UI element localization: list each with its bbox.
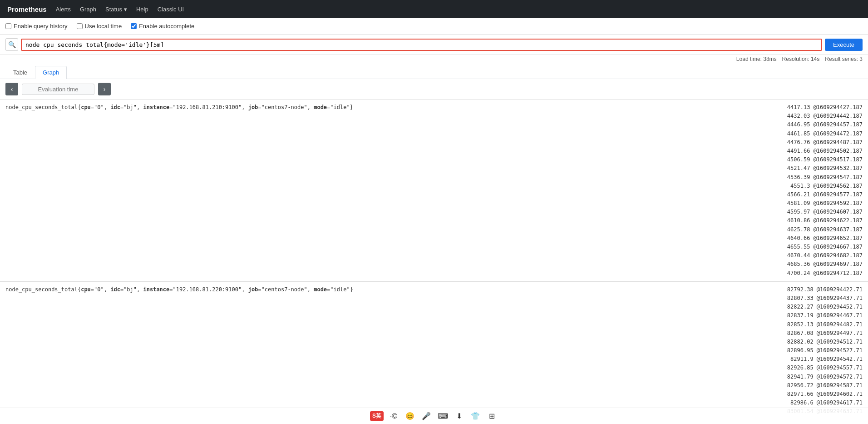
results-container: node_cpu_seconds_total{cpu="0", idc="bj"… (0, 100, 868, 419)
result-values-1: 4417.13 @1609294427.187 4432.03 @1609294… (787, 103, 863, 278)
taskbar-icon-keyboard[interactable]: ⌨ (436, 410, 449, 419)
query-bar: 🔍 Execute (0, 35, 868, 55)
nav-help[interactable]: Help (136, 6, 148, 13)
sougou-badge[interactable]: S英 (370, 411, 384, 419)
taskbar-icon-dot[interactable]: ·© (387, 410, 400, 419)
enable-query-history-label[interactable]: Enable query history (5, 23, 68, 30)
tabs-bar: Table Graph (0, 63, 868, 79)
load-time: Load time: 38ms (736, 56, 777, 62)
tab-table[interactable]: Table (5, 66, 35, 79)
result-row-2: node_cpu_seconds_total{cpu="0", idc="bj"… (0, 282, 868, 419)
taskbar-icon-emoji[interactable]: 😊 (404, 410, 416, 419)
nav-status[interactable]: Status ▾ (105, 6, 127, 13)
options-bar: Enable query history Use local time Enab… (0, 18, 868, 35)
meta-info: Load time: 38ms Resolution: 14s Result s… (0, 55, 868, 63)
navbar: Prometheus Alerts Graph Status ▾ Help Cl… (0, 0, 868, 18)
query-input-wrap (21, 39, 822, 51)
eval-next-button[interactable]: › (98, 83, 111, 95)
result-label-2: node_cpu_seconds_total{cpu="0", idc="bj"… (5, 285, 787, 293)
nav-graph[interactable]: Graph (80, 6, 96, 13)
nav-alerts[interactable]: Alerts (56, 6, 71, 13)
query-icon-button[interactable]: 🔍 (5, 38, 18, 51)
taskbar-icon-shirt[interactable]: 👕 (469, 410, 482, 419)
eval-time-input[interactable] (22, 84, 94, 95)
result-label-1: node_cpu_seconds_total{cpu="0", idc="bj"… (5, 103, 787, 110)
eval-prev-button[interactable]: ‹ (5, 83, 18, 95)
tab-graph[interactable]: Graph (35, 66, 67, 79)
taskbar-icon-mic[interactable]: 🎤 (420, 410, 433, 419)
use-local-time-checkbox[interactable] (77, 23, 83, 29)
enable-autocomplete-checkbox[interactable] (131, 23, 137, 29)
enable-autocomplete-label[interactable]: Enable autocomplete (131, 23, 194, 30)
nav-classic-ui[interactable]: Classic UI (158, 6, 184, 13)
taskbar-icon-download[interactable]: ⬇ (453, 410, 465, 419)
result-series: Result series: 3 (825, 56, 863, 62)
taskbar-icon-grid[interactable]: ⊞ (485, 410, 498, 419)
enable-query-history-checkbox[interactable] (5, 23, 11, 29)
result-row: node_cpu_seconds_total{cpu="0", idc="bj"… (0, 100, 868, 282)
eval-bar: ‹ › (0, 79, 868, 100)
execute-button[interactable]: Execute (825, 39, 863, 51)
brand-logo: Prometheus (7, 5, 47, 13)
resolution: Resolution: 14s (782, 56, 820, 62)
use-local-time-label[interactable]: Use local time (77, 23, 122, 30)
taskbar-overlay: S英 ·© 😊 🎤 ⌨ ⬇ 👕 ⊞ (0, 408, 868, 419)
result-values-2: 82792.38 @1609294422.71 82807.33 @160929… (787, 285, 863, 416)
query-input[interactable] (25, 41, 818, 48)
